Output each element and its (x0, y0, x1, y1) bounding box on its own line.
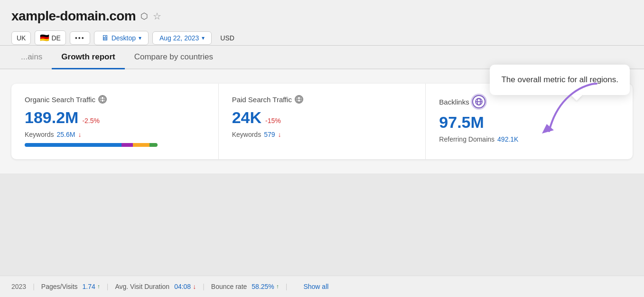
tab-domains[interactable]: ...ains (11, 46, 52, 68)
country-de-button[interactable]: 🇩🇪 DE (35, 30, 65, 45)
show-all-link[interactable]: Show all (303, 283, 328, 290)
purple-arrow-annotation (530, 79, 606, 136)
paid-value-row: 24K -15% (232, 108, 412, 127)
country-uk-button[interactable]: UK (11, 31, 31, 45)
de-flag: 🇩🇪 (40, 33, 49, 42)
currency-label: USD (215, 32, 239, 44)
paid-sub-row: Keywords 579 ↓ (232, 131, 412, 138)
backlinks-sub-row: Referring Domains 492.1K (439, 135, 619, 143)
organic-keywords-value: 25.6M (56, 131, 75, 138)
more-label: ••• (75, 34, 85, 42)
progress-purple (121, 143, 132, 147)
organic-value-row: 189.2M -2.5% (25, 108, 205, 127)
paid-value: 24K (232, 108, 261, 127)
organic-progress-bar (25, 143, 158, 147)
divider-1: | (33, 283, 35, 290)
date-label: Aug 22, 2023 (159, 34, 199, 42)
tab-compare-countries[interactable]: Compare by countries (125, 46, 223, 68)
paid-keywords-arrow: ↓ (278, 131, 281, 138)
backlinks-title: Backlinks (439, 98, 469, 106)
organic-title: Organic Search Traffic (25, 96, 95, 104)
backlinks-globe-icon-highlighted[interactable] (472, 95, 485, 108)
device-selector-button[interactable]: 🖥 Desktop ▾ (94, 31, 149, 45)
organic-globe-icon[interactable] (98, 95, 107, 104)
organic-search-card: Organic Search Traffic 189.2M -2.5% Keyw… (11, 84, 219, 159)
bounce-arrow: ↑ (276, 283, 279, 290)
paid-search-card: Paid Search Traffic 24K -15% Keywords (219, 84, 426, 159)
paid-globe-icon[interactable] (295, 95, 303, 104)
page-wrapper: xample-domain.com ⬡ ☆ UK 🇩🇪 DE ••• 🖥 Des… (0, 0, 644, 297)
bounce-value: 58.25% (252, 283, 274, 290)
backlinks-domains-value: 492.1K (497, 135, 518, 143)
duration-arrow: ↓ (193, 283, 196, 290)
external-link-icon[interactable]: ⬡ (140, 11, 148, 21)
organic-change: -2.5% (82, 117, 100, 125)
divider-2: | (107, 283, 109, 290)
organic-keywords-arrow: ↓ (78, 131, 81, 138)
paid-title-row: Paid Search Traffic (232, 95, 412, 104)
organic-keywords-label: Keywords (25, 131, 54, 138)
pages-label: Pages/Visits (41, 283, 78, 290)
domain-row: xample-domain.com ⬡ ☆ (11, 9, 633, 24)
paid-keywords-value: 579 (264, 131, 275, 138)
domain-title: xample-domain.com (11, 9, 136, 24)
divider-3: | (203, 283, 205, 290)
device-label: Desktop (112, 34, 136, 42)
progress-gold (133, 143, 149, 147)
duration-label: Avg. Visit Duration (115, 283, 169, 290)
date-chevron-icon: ▾ (202, 35, 205, 41)
date-selector-button[interactable]: Aug 22, 2023 ▾ (152, 31, 212, 45)
progress-green (149, 143, 158, 147)
star-icon[interactable]: ☆ (153, 10, 161, 22)
bottom-year: 2023 (11, 283, 26, 290)
paid-title: Paid Search Traffic (232, 96, 292, 104)
desktop-icon: 🖥 (101, 34, 109, 42)
bounce-label: Bounce rate (211, 283, 247, 290)
uk-label: UK (17, 34, 26, 42)
duration-value: 04:08 (174, 283, 191, 290)
pages-value: 1.74 (83, 283, 95, 290)
tab-growth-report[interactable]: Growth report (52, 46, 124, 68)
more-options-button[interactable]: ••• (70, 31, 90, 45)
divider-4: | (286, 283, 288, 290)
controls-row: UK 🇩🇪 DE ••• 🖥 Desktop ▾ Aug 22, 2023 ▾ … (11, 30, 633, 45)
paid-keywords-label: Keywords (232, 131, 261, 138)
bottom-bar: 2023 | Pages/Visits 1.74 ↑ | Avg. Visit … (0, 276, 644, 297)
organic-sub-row: Keywords 25.6M ↓ (25, 131, 205, 138)
backlinks-domains-label: Referring Domains (439, 135, 495, 143)
backlinks-value: 97.5M (439, 113, 484, 132)
progress-blue (25, 143, 121, 147)
pages-arrow: ↑ (97, 283, 100, 290)
device-chevron-icon: ▾ (139, 35, 141, 41)
de-label: DE (51, 34, 60, 42)
main-content: The overall metric for all regions. Orga… (0, 69, 644, 173)
organic-value: 189.2M (25, 108, 78, 127)
paid-change: -15% (265, 117, 281, 125)
header: xample-domain.com ⬡ ☆ UK 🇩🇪 DE ••• 🖥 Des… (0, 0, 644, 46)
organic-title-row: Organic Search Traffic (25, 95, 205, 104)
svg-marker-0 (542, 124, 554, 134)
